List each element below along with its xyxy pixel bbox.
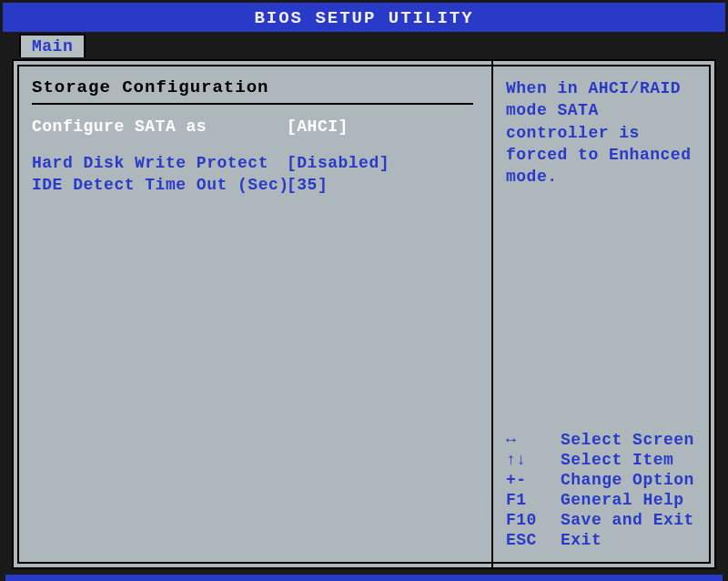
keyhint-action: Select Screen [561, 431, 694, 449]
footer-bar: v02.61 (C)Copyright 1985-2010, American … [5, 575, 723, 581]
title-bar: BIOS SETUP UTILITY [3, 3, 725, 32]
keyhint-action: Select Item [561, 451, 673, 469]
option-configure-sata[interactable]: Configure SATA as [AHCI] [32, 117, 473, 136]
option-value: [Disabled] [287, 154, 389, 172]
keyhint-select-item: ↑↓ Select Item [506, 451, 702, 469]
context-help-text: When in AHCI/RAID mode SATA controller i… [506, 77, 702, 188]
keyhint-general-help: F1 General Help [506, 491, 702, 509]
tab-main[interactable]: Main [19, 34, 86, 57]
keyhint-action: General Help [561, 491, 684, 509]
keyhint-action: Exit [561, 531, 602, 549]
app-title: BIOS SETUP UTILITY [254, 8, 473, 28]
tab-strip: Main [3, 32, 725, 59]
keyhint-action: Change Option [561, 471, 694, 489]
option-value: [AHCI] [287, 117, 349, 136]
keyhint-key: F10 [506, 511, 561, 529]
help-panel: When in AHCI/RAID mode SATA controller i… [491, 61, 714, 567]
spacer [32, 139, 473, 154]
option-label: Configure SATA as [32, 117, 287, 136]
settings-panel: Storage Configuration Configure SATA as … [14, 61, 491, 567]
option-label: IDE Detect Time Out (Sec) [32, 176, 287, 194]
keyhint-change-option: +- Change Option [506, 471, 702, 489]
keyhint-key: F1 [506, 491, 561, 509]
divider [32, 103, 473, 105]
keyhint-key: +- [506, 471, 561, 489]
content-frame: Storage Configuration Configure SATA as … [12, 59, 716, 569]
tab-label: Main [32, 37, 73, 56]
option-hard-disk-write-protect[interactable]: Hard Disk Write Protect [Disabled] [32, 154, 473, 172]
section-title: Storage Configuration [32, 77, 473, 97]
keyhint-key: ESC [506, 531, 561, 549]
bios-screen: BIOS SETUP UTILITY Main Storage Configur… [0, 0, 728, 581]
keyhint-action: Save and Exit [561, 511, 694, 529]
keyhint-key: ↑↓ [506, 451, 561, 469]
option-value: [35] [287, 176, 328, 194]
keyhint-select-screen: ↔ Select Screen [506, 431, 702, 449]
option-label: Hard Disk Write Protect [32, 154, 287, 172]
keyhint-save-and-exit: F10 Save and Exit [506, 511, 702, 529]
keyhint-exit: ESC Exit [506, 531, 702, 549]
option-ide-detect-timeout[interactable]: IDE Detect Time Out (Sec) [35] [32, 176, 473, 194]
help-spacer [506, 188, 702, 431]
keyhint-key: ↔ [506, 431, 561, 449]
